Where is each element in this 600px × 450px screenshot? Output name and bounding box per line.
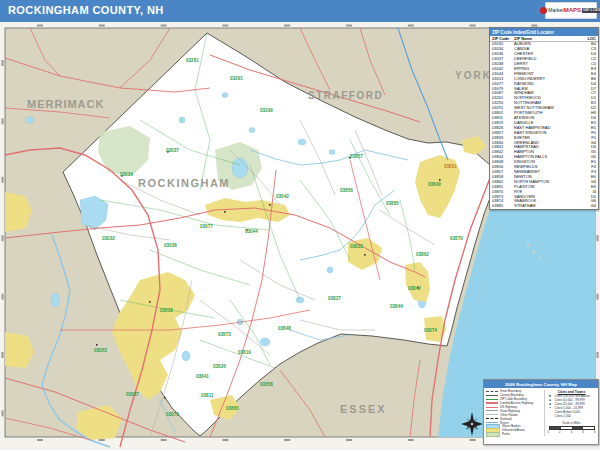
map-page: ROCKINGHAM COUNTY, NH MarketMAPS MAP & D… xyxy=(0,0,600,450)
zip-label-03801: 03801 xyxy=(444,164,457,169)
zip-label-03858: 03858 xyxy=(260,382,273,387)
legend-cities: Cities and Towns ★ Cities 100,000 and Ab… xyxy=(544,390,596,437)
zip-name: STRATHAM xyxy=(514,204,586,209)
zip-label-03842: 03842 xyxy=(408,286,421,291)
zip-label-03848: 03848 xyxy=(278,326,291,331)
logo-badge: MAP & DATA xyxy=(582,8,600,13)
zip-label-03819: 03819 xyxy=(238,350,251,355)
county-name-label: ROCKINGHAM xyxy=(138,177,230,189)
zip-label-03873: 03873 xyxy=(218,332,231,337)
zip-label-03034: 03034 xyxy=(120,172,133,177)
city-symbol-icon: · xyxy=(547,414,553,418)
zip-index-body: 03032 AUBURN B4 03034 CANDIA C3 03036 CH… xyxy=(490,42,598,209)
region-label-york: YORK xyxy=(455,70,492,81)
zip-label-03077: 03077 xyxy=(200,224,213,229)
legend-title: 2008 Rockingham County, NH Map xyxy=(484,380,598,388)
city-class-label: Cities 1,000 xyxy=(555,414,571,418)
zip-code-index: ZIP Code Index/Grid Locator ZIP Code ZIP… xyxy=(489,27,599,210)
zip-label-03053: 03053 xyxy=(94,348,107,353)
zip-label-03844: 03844 xyxy=(390,304,403,309)
scale-label: Scale in Miles xyxy=(547,421,596,425)
zip-label-03862: 03862 xyxy=(416,252,429,257)
logo-text: MarketMAPS xyxy=(548,8,581,13)
zip-label-03036: 03036 xyxy=(164,243,177,248)
zip-table-row: 03885 STRATHAM G4 xyxy=(490,204,598,209)
legend-swatch xyxy=(486,414,498,415)
zip-label-03865: 03865 xyxy=(226,406,239,411)
legend-swatch xyxy=(486,407,498,408)
island xyxy=(527,244,529,246)
marketmaps-logo: MarketMAPS MAP & DATA xyxy=(545,2,597,19)
zip-label-03841: 03841 xyxy=(196,374,209,379)
zip-index-title: ZIP Code Index/Grid Locator xyxy=(490,28,598,36)
legend-swatch xyxy=(486,395,498,396)
zip-code: 03885 xyxy=(492,204,514,209)
region-label-merrimack: MERRIMACK xyxy=(27,98,104,110)
legend-swatch xyxy=(486,418,498,419)
map-canvas: MERRIMACKSTRAFFORDYORKESSEX ROCKINGHAM 0… xyxy=(0,22,600,450)
zip-label-03038: 03038 xyxy=(160,308,173,313)
legend-city-class: · Cities 1,000 xyxy=(547,414,596,418)
legend-swatch xyxy=(486,399,498,400)
zip-label-03827: 03827 xyxy=(328,296,341,301)
logo-burst-icon xyxy=(540,7,547,14)
island xyxy=(539,257,541,259)
title-bar: ROCKINGHAM COUNTY, NH MarketMAPS MAP & D… xyxy=(0,0,600,23)
zip-label-03087: 03087 xyxy=(126,392,139,397)
cities-header: Cities and Towns xyxy=(547,390,596,394)
map-legend: 2008 Rockingham County, NH Map State Bou… xyxy=(483,379,599,445)
legend-swatch xyxy=(486,422,498,423)
legend-item: Parks xyxy=(486,432,544,436)
zip-label-03885: 03885 xyxy=(386,201,399,206)
zip-label-03857: 03857 xyxy=(350,154,363,159)
zip-label-03870: 03870 xyxy=(450,236,463,241)
zip-label-03291: 03291 xyxy=(230,76,243,81)
legend-swatch xyxy=(486,391,498,392)
zip-label-03833: 03833 xyxy=(350,244,363,249)
zip-label-03856: 03856 xyxy=(340,188,353,193)
page-title: ROCKINGHAM COUNTY, NH xyxy=(8,4,164,16)
island xyxy=(533,251,536,254)
scale-bar: Scale in Miles 02468 xyxy=(547,421,596,435)
zip-label-03874: 03874 xyxy=(424,328,437,333)
legend-swatch xyxy=(486,432,500,437)
zip-label-03032: 03032 xyxy=(102,236,115,241)
zip-label-03044: 03044 xyxy=(245,229,258,234)
zip-label-03037: 03037 xyxy=(166,148,179,153)
region-label-essex: ESSEX xyxy=(340,403,387,415)
region-label-strafford: STRAFFORD xyxy=(308,90,383,101)
legend-swatch xyxy=(486,402,498,404)
zip-label-03261: 03261 xyxy=(186,58,199,63)
zip-label-03042: 03042 xyxy=(276,194,289,199)
zip-label-03840: 03840 xyxy=(428,182,441,187)
zip-label-03826: 03826 xyxy=(213,364,226,369)
legend-symbols: State Boundary County Boundary ZIP Code … xyxy=(486,390,544,437)
zip-grid-loc: G4 xyxy=(586,204,596,209)
zip-label-03811: 03811 xyxy=(201,393,214,398)
legend-item-label: Parks xyxy=(502,432,510,436)
zip-label-03290: 03290 xyxy=(260,108,273,113)
zip-label-03079: 03079 xyxy=(166,412,179,417)
legend-swatch xyxy=(486,410,498,411)
